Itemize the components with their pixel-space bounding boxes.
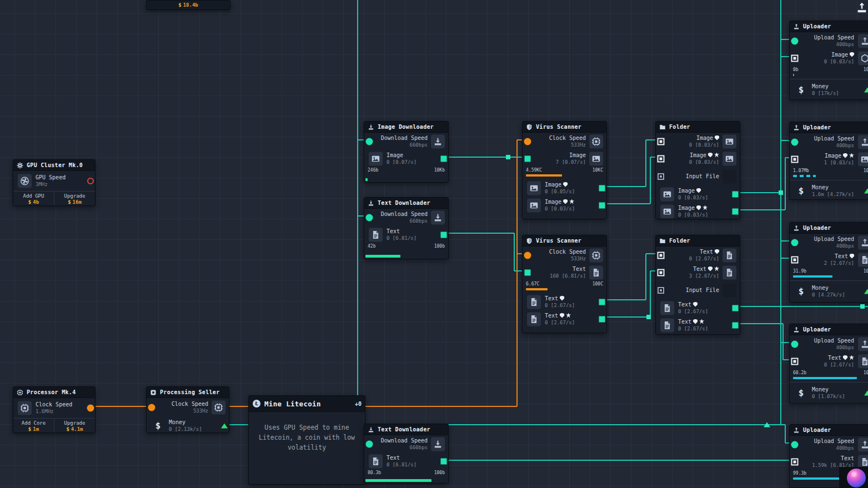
node-title: Uploader [803,427,831,433]
empty-file-slot [723,169,736,183]
image-icon [660,204,674,218]
output-port[interactable] [87,405,94,412]
node-row: Text0 [2.67/s] [656,316,740,334]
row-label: Text [387,228,417,235]
virus-scanner-2[interactable]: Virus ScannerClock Speed533HzText160 [6.… [522,235,607,333]
output-port[interactable] [441,155,447,162]
shop-node-fragment[interactable]: $18.4b [146,0,230,10]
litecoin-icon: Ł [252,399,261,408]
output-port[interactable] [732,191,739,197]
input-port[interactable] [791,54,799,62]
virus-scanner-1[interactable]: Virus ScannerClock Speed533HzImage7 [0.0… [522,121,607,219]
shield-badge-icon [560,296,564,301]
input-port[interactable] [366,138,373,145]
input-port[interactable] [525,269,531,275]
node-description: Uses GPU Speed to mine Litecoin, a coin … [258,422,356,452]
input-port[interactable] [658,287,664,294]
output-port[interactable] [732,305,739,311]
input-port[interactable] [658,251,665,259]
gpu-cluster[interactable]: GPU Cluster Mk.0GPU Speed3MHzAdd GPU$4bU… [13,159,96,206]
uploader-4[interactable]: UploaderUpload Speed400bpsText0 [2.67/s]… [789,324,868,404]
output-port[interactable] [599,185,605,191]
row-value: 533Hz [549,142,586,148]
uploader-1[interactable]: UploaderUpload Speed400bpsImage0 [0.03/s… [789,21,868,100]
text-downloader-2[interactable]: Text DownloaderDownload Speed660bpsText0… [364,424,449,484]
output-port[interactable] [441,232,447,238]
processor[interactable]: Processor Mk.4Clock Speed1.6MHzAdd Core$… [13,386,96,433]
input-port[interactable] [658,138,665,145]
virus-badge-icon [714,266,719,271]
image-icon [527,181,541,195]
input-port[interactable] [791,256,799,263]
output-port[interactable] [864,87,868,92]
wire [780,0,781,425]
input-port[interactable] [366,440,373,447]
row-text: Upload Speed400bps [814,438,854,451]
row-label: Upload Speed [814,135,854,142]
price-amount: 4b [33,199,39,205]
output-port[interactable] [87,178,94,184]
svg-text:$: $ [799,286,804,296]
wire-junction [646,315,651,319]
capacity-max: 100b [434,470,445,475]
capacity-used: 0b [793,67,799,72]
output-port[interactable] [864,188,868,193]
input-port[interactable] [658,173,664,180]
output-port[interactable] [599,316,605,322]
node-title: Mine Litecoin [264,400,321,408]
output-port[interactable] [599,299,605,305]
output-port[interactable] [864,289,868,294]
input-port[interactable] [658,155,665,162]
row-value: 1.6MHz [36,409,72,415]
folder-images[interactable]: FolderImage0 [0.03/s]Image0 [0.03/s]Inpu… [655,121,740,219]
image-downloader[interactable]: Image DownloaderDownload Speed660bpsImag… [364,121,449,183]
input-port[interactable] [791,340,799,348]
uploader-2[interactable]: UploaderUpload Speed400bpsImage1 [0.03/s… [789,122,868,200]
input-port[interactable] [791,239,799,246]
shield-badge-icon [850,254,854,259]
node-header: GPU Cluster Mk.0 [13,160,95,171]
input-port[interactable] [525,155,531,162]
row-text: Image0 [0.05/s] [545,182,575,195]
input-port[interactable] [148,404,155,411]
row-text: Download Speed660bps [381,135,428,148]
input-port[interactable] [791,441,799,448]
add-core-button[interactable]: Add Core$1m [13,419,54,433]
upgrade-button[interactable]: Upgrade$16m [54,192,95,206]
input-port[interactable] [366,214,373,221]
output-port[interactable] [864,390,868,395]
uploader-3[interactable]: UploaderUpload Speed400bpsText2 [2.67/s]… [789,222,868,303]
image-icon [527,198,541,212]
row-text: Image0 [0.07/s] [387,152,417,165]
node-row: Image7 [0.07/s] [523,150,606,167]
mine-litecoin[interactable]: ŁMine Litecoin+0Uses GPU Speed to mine L… [248,395,365,485]
output-port[interactable] [599,202,605,208]
text-downloader-1[interactable]: Text DownloaderDownload Speed660bpsText0… [364,197,449,259]
input-port[interactable] [791,358,799,365]
price-amount: 16m [73,199,82,205]
node-graph-canvas[interactable]: $18.4bGPU Cluster Mk.0GPU Speed3MHzAdd G… [0,0,868,488]
input-port[interactable] [791,155,799,163]
upgrade-button[interactable]: Upgrade$4.1m [54,419,95,433]
input-port[interactable] [658,269,665,276]
processing-seller[interactable]: Processing SellerClock Speed533Hz$Money0… [146,386,229,433]
input-port[interactable] [791,458,799,465]
add-gpu-button[interactable]: Add GPU$4b [13,192,54,206]
shield-badge-icon [696,205,701,210]
output-port[interactable] [221,423,228,428]
node-header: Folder [656,235,740,246]
upload-icon [858,235,868,249]
output-port[interactable] [732,208,739,214]
output-port[interactable] [732,322,739,328]
input-port[interactable] [791,138,799,145]
input-port[interactable] [791,37,799,44]
folder-texts[interactable]: FolderText0 [2.67/s]Text3 [2.67/s]Input … [655,235,740,335]
output-port[interactable] [441,458,447,464]
image-icon [589,152,603,165]
input-port[interactable] [524,251,531,259]
row-label: Text [545,313,575,319]
image-icon [660,187,674,201]
input-port[interactable] [524,138,531,145]
cpu-icon [18,401,32,415]
node-row: Text0 [2.67/s] [523,310,606,328]
